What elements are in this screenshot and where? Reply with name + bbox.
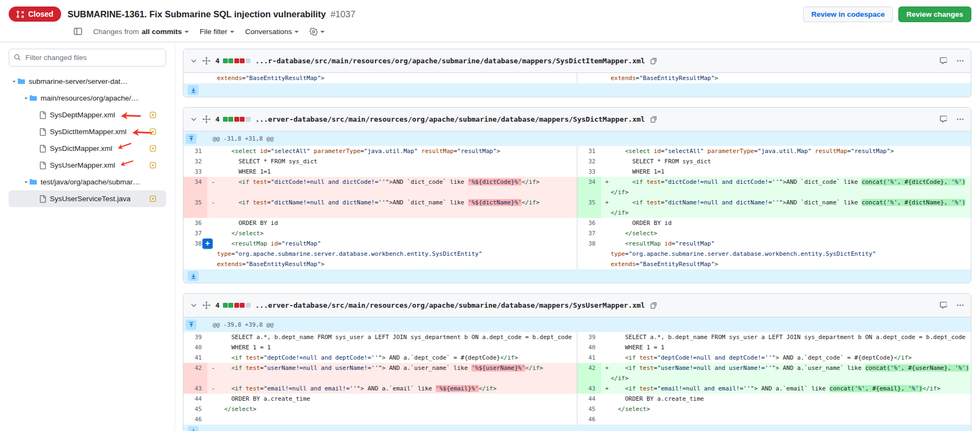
drag-file-handle[interactable]	[202, 57, 211, 65]
hunk-header: @@ -31,8 +31,8 @@	[207, 131, 971, 146]
add-comment-button[interactable]: +	[202, 238, 213, 249]
diff-code-line: + <if test="dictName!=null and dictName!…	[601, 197, 971, 208]
line-number[interactable]: 39	[183, 332, 207, 342]
expand-diff-button[interactable]	[188, 271, 199, 281]
line-number[interactable]: 35	[577, 197, 601, 208]
line-number[interactable]: 40	[183, 342, 207, 353]
drag-file-handle[interactable]	[202, 115, 211, 123]
line-number[interactable]	[183, 73, 207, 83]
diff-code-line: extends="BaseEntityResultMap">	[207, 259, 577, 269]
drag-file-handle[interactable]	[202, 301, 211, 309]
line-number[interactable]: 38+	[183, 238, 207, 249]
line-number[interactable]	[183, 208, 207, 218]
changes-from-menu[interactable]: Changes from all commits	[93, 28, 189, 36]
diff-code-line: </if>	[601, 208, 971, 218]
line-number[interactable]	[577, 249, 601, 259]
diff-code-line: WHERE 1 = 1	[207, 342, 577, 353]
line-number[interactable]	[577, 187, 601, 197]
line-number[interactable]	[183, 373, 207, 383]
copy-path-button[interactable]	[650, 57, 657, 65]
line-number[interactable]: 36	[183, 218, 207, 228]
diffstat-block-add	[223, 117, 228, 122]
tree-folder-main-resources-org-apache-subm-[interactable]: main/resources/org/apache/subm...	[9, 90, 166, 107]
line-number[interactable]: 31	[577, 146, 601, 156]
tree-item-label: SysUserMapper.xml	[50, 161, 115, 169]
diff-row: 40 WHERE 1 = 140 WHERE 1 = 1	[183, 342, 971, 353]
conversations-menu[interactable]: Conversations	[245, 28, 299, 36]
tree-file-sysusermapper-xml[interactable]: SysUserMapper.xml	[9, 157, 166, 174]
tree-item-label: SysUserServiceTest.java	[50, 195, 130, 203]
line-number[interactable]: 45	[183, 404, 207, 414]
tree-file-sysdictmapper-xml[interactable]: SysDictMapper.xml	[9, 140, 166, 157]
diff-row: 38+ <resultMap id="resultMap"38 <resultM…	[183, 238, 971, 249]
line-number[interactable]: 43	[183, 383, 207, 394]
diffstat-block-add	[228, 117, 233, 122]
collapse-file-button[interactable]	[190, 57, 198, 65]
line-number[interactable]: 32	[577, 156, 601, 167]
line-number[interactable]: 32	[183, 156, 207, 167]
diff-code-line: + <if test="dictCode!=null and dictCode!…	[601, 177, 971, 187]
line-number[interactable]: 39	[577, 332, 601, 342]
line-number[interactable]: 46	[577, 414, 601, 425]
review-changes-button[interactable]: Review changes	[898, 6, 971, 22]
expand-diff-button[interactable]	[188, 85, 199, 95]
file-header: 4...erver-database/src/main/resources/or…	[183, 108, 971, 131]
line-number[interactable]: 46	[183, 414, 207, 425]
line-number[interactable]: 36	[577, 218, 601, 228]
tree-file-sysuserservicetest-java[interactable]: SysUserServiceTest.java	[9, 190, 166, 207]
collapse-file-button[interactable]	[190, 302, 198, 309]
diff-row: extends="BaseEntityResultMap"> extends="…	[183, 73, 971, 83]
line-number[interactable]: 43	[577, 383, 601, 394]
line-number[interactable]: 40	[577, 342, 601, 353]
tree-file-sysdictitemmapper-xml[interactable]: SysDictItemMapper.xml	[9, 123, 166, 140]
expand-diff-button[interactable]	[188, 426, 199, 431]
line-number[interactable]: 45	[577, 404, 601, 414]
file-comment-button[interactable]	[939, 57, 948, 65]
line-number[interactable]: 42	[577, 363, 601, 373]
diff-code-line: WHERE 1=1	[601, 167, 971, 177]
expand-hunk-button[interactable]	[186, 134, 196, 144]
line-number[interactable]: 41	[577, 353, 601, 363]
toggle-file-tree-button[interactable]	[74, 27, 82, 36]
diff-code-line: - <if test="dictName!=null and dictName!…	[207, 197, 577, 208]
line-number[interactable]	[183, 249, 207, 259]
tree-file-sysdeptmapper-xml[interactable]: SysDeptMapper.xml	[9, 107, 166, 123]
line-number[interactable]: 37	[577, 228, 601, 238]
collapse-file-button[interactable]	[190, 116, 198, 123]
line-number[interactable]: 38	[577, 238, 601, 249]
line-number[interactable]: 33	[577, 167, 601, 177]
line-number[interactable]	[183, 187, 207, 197]
file-options-button[interactable]	[956, 115, 964, 123]
copy-path-button[interactable]	[650, 116, 657, 123]
file-comment-button[interactable]	[939, 301, 948, 309]
line-number[interactable]	[577, 259, 601, 269]
line-number[interactable]: 44	[183, 394, 207, 404]
line-number[interactable]: 34	[577, 177, 601, 187]
line-number[interactable]: 35	[183, 197, 207, 208]
file-filter-input[interactable]	[9, 49, 166, 67]
tree-folder-submarine-server-server-database-[interactable]: submarine-server/server-database/...	[9, 73, 166, 90]
line-number[interactable]: 44	[577, 394, 601, 404]
copy-path-button[interactable]	[650, 302, 657, 309]
line-number[interactable]	[577, 373, 601, 383]
annotation-arrow-icon	[120, 110, 142, 120]
file-comment-button[interactable]	[939, 115, 948, 123]
line-number[interactable]	[577, 208, 601, 218]
review-in-codespace-button[interactable]: Review in codespace	[803, 6, 893, 22]
tree-folder-test-java-org-apache-submarine-s-[interactable]: test/java/org/apache/submarine/s...	[9, 174, 166, 190]
diffstat-block-add	[223, 58, 228, 63]
line-number[interactable]: 33	[183, 167, 207, 177]
line-number[interactable]	[577, 73, 601, 83]
line-number[interactable]: 41	[183, 353, 207, 363]
line-number[interactable]: 31	[183, 146, 207, 156]
line-number[interactable]: 42	[183, 363, 207, 373]
changed-word-highlight: concat('%', #{dictName}, '%')	[861, 199, 965, 206]
line-number[interactable]	[183, 259, 207, 269]
file-options-button[interactable]	[956, 57, 964, 65]
file-filter-menu[interactable]: File filter	[200, 28, 234, 36]
diff-settings-menu[interactable]	[310, 28, 325, 36]
expand-hunk-button[interactable]	[186, 320, 196, 330]
file-options-button[interactable]	[956, 301, 964, 309]
line-number[interactable]: 34	[183, 177, 207, 187]
line-number[interactable]: 37	[183, 228, 207, 238]
